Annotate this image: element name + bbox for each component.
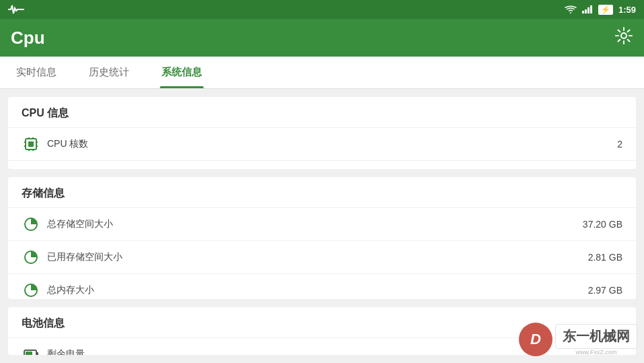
battery-section-title: 电池信息 (8, 307, 636, 337)
status-time: 1:59 (618, 5, 636, 15)
tab-history[interactable]: 历史统计 (73, 57, 145, 88)
pie-icon-2 (22, 248, 40, 267)
battery-status-icon: ⚡ (598, 5, 613, 15)
wifi-icon (565, 5, 577, 14)
total-memory-value: 2.97 GB (588, 285, 622, 296)
cpu-icon-2 (22, 168, 40, 169)
svg-point-4 (621, 33, 627, 38)
total-storage-row: 总存储空间大小 37.20 GB (8, 207, 636, 240)
total-storage-label: 总存储空间大小 (47, 218, 583, 230)
pie-icon-1 (22, 215, 40, 234)
tab-sysinfo[interactable]: 系统信息 (145, 57, 218, 88)
total-memory-label: 总内存大小 (47, 284, 588, 296)
storage-section-card: 存储信息 总存储空间大小 37.20 GB 已用存储空间大小 2.81 GB (8, 177, 636, 299)
cpu-icon-1 (22, 135, 40, 154)
used-storage-label: 已用存储空间大小 (47, 251, 588, 263)
battery-section-card: 电池信息 剩余电量 (8, 307, 636, 355)
app-header: Cpu (0, 19, 644, 57)
signal-icon (582, 5, 593, 13)
status-bar-right: ⚡ 1:59 (565, 5, 636, 15)
remaining-battery-label: 剩余电量 (47, 348, 622, 355)
used-storage-value: 2.81 GB (588, 252, 622, 263)
tab-realtime[interactable]: 实时信息 (0, 57, 73, 88)
battery-row-icon (22, 345, 40, 355)
cpu-section-title: CPU 信息 (8, 97, 636, 127)
status-bar: ⚡ 1:59 (0, 0, 644, 19)
cpu-freq-row: CPU 频率 2 x 2.47 GHz (8, 160, 636, 169)
main-content: CPU 信息 CPU 核数 2 (0, 89, 644, 363)
svg-rect-3 (590, 5, 592, 13)
cpu-cores-row: CPU 核数 2 (8, 127, 636, 160)
total-memory-row: 总内存大小 2.97 GB (8, 273, 636, 299)
svg-rect-1 (585, 9, 587, 13)
settings-button[interactable] (614, 26, 633, 49)
svg-rect-2 (587, 7, 589, 13)
svg-rect-31 (26, 352, 32, 355)
cpu-cores-label: CPU 核数 (47, 138, 617, 150)
status-bar-left (8, 4, 24, 15)
tab-bar: 实时信息 历史统计 系统信息 (0, 57, 644, 89)
used-storage-row: 已用存储空间大小 2.81 GB (8, 240, 636, 273)
cpu-section-card: CPU 信息 CPU 核数 2 (8, 97, 636, 169)
activity-icon (8, 4, 24, 15)
remaining-battery-row: 剩余电量 (8, 337, 636, 355)
storage-section-title: 存储信息 (8, 177, 636, 207)
total-storage-value: 37.20 GB (583, 219, 622, 230)
pie-icon-3 (22, 281, 40, 299)
app-title: Cpu (11, 28, 45, 48)
svg-rect-30 (36, 352, 38, 355)
svg-rect-0 (582, 11, 584, 13)
svg-rect-6 (28, 141, 34, 147)
cpu-cores-value: 2 (617, 139, 622, 150)
